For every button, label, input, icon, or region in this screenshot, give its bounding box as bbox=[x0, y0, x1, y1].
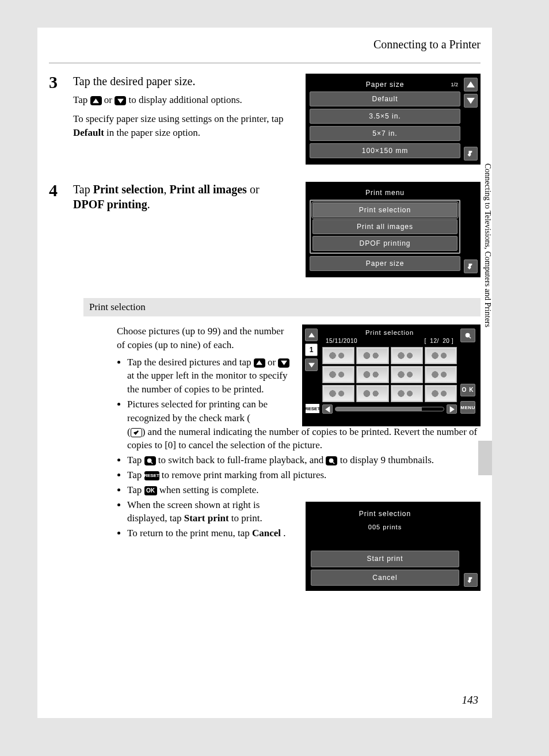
step-number: 4 bbox=[49, 182, 73, 277]
menu-item-paper-size[interactable]: Paper size bbox=[310, 256, 460, 271]
menu-item-print-all[interactable]: Print all images bbox=[312, 219, 458, 234]
print-selection-section: Print selection Choose pictures (up to 9… bbox=[83, 298, 481, 591]
screen-title: Paper size bbox=[366, 81, 405, 89]
scroll-down-button[interactable] bbox=[464, 94, 478, 108]
up-arrow-icon bbox=[254, 358, 265, 368]
bullet-6: When the screen shown at right is displa… bbox=[127, 498, 295, 526]
scroll-left-icon[interactable] bbox=[322, 404, 333, 414]
bullet-1: Tap the desired pictures and tap or at t… bbox=[127, 356, 292, 396]
print-count-label: 005 prints bbox=[311, 521, 459, 534]
text: To specify paper size using settings on … bbox=[73, 113, 283, 124]
svg-line-9 bbox=[333, 462, 334, 464]
scroll-up-button[interactable] bbox=[305, 329, 318, 341]
step-number: 3 bbox=[49, 74, 73, 165]
screen-page-indicator: 1/2 bbox=[451, 82, 458, 87]
text: to switch back to full-frame playback, a… bbox=[158, 455, 326, 465]
section-spine-label: Connecting to Televisions, Computers and… bbox=[483, 160, 492, 459]
reset-icon: RESET bbox=[144, 471, 159, 480]
thumbnail[interactable] bbox=[356, 366, 388, 383]
bullet-2-partial: Pictures selected for printing can be re… bbox=[127, 398, 292, 425]
text: when setting is complete. bbox=[159, 484, 259, 495]
text: or bbox=[268, 357, 278, 368]
text: Tap bbox=[73, 183, 93, 196]
text-bold: Cancel bbox=[252, 528, 281, 539]
thumbnail[interactable] bbox=[425, 347, 457, 364]
paper-size-option-100x150[interactable]: 100×150 mm bbox=[310, 143, 460, 158]
bullet-3: Tap to switch back to full-frame playbac… bbox=[127, 453, 481, 467]
text: to display 9 thumbnails. bbox=[340, 455, 434, 465]
section-tab-marker bbox=[478, 441, 492, 475]
text: Tap bbox=[73, 94, 90, 105]
text: Tap bbox=[127, 469, 144, 480]
horizontal-scrollbar[interactable] bbox=[322, 404, 457, 414]
thumbnail-selection-screen: 1 RESET Print selection 15/11/2010 [ 12/… bbox=[302, 324, 481, 426]
text: To return to the print menu, tap bbox=[127, 528, 252, 539]
text: , bbox=[163, 183, 169, 196]
svg-line-1 bbox=[469, 337, 471, 338]
paper-size-screen: Paper size 1/2 Default 3.5×5 in. 5×7 in.… bbox=[306, 74, 481, 165]
step-4: 4 Tap Print selection, Print all images … bbox=[37, 165, 492, 277]
thumbnail[interactable] bbox=[356, 385, 388, 402]
scroll-down-button[interactable] bbox=[305, 358, 318, 371]
copy-count-badge: 1 bbox=[305, 343, 318, 356]
confirm-print-screen: Print selection 005 prints Start print C… bbox=[306, 502, 481, 591]
scroll-right-icon[interactable] bbox=[447, 404, 457, 414]
text: in the paper size option. bbox=[106, 127, 200, 138]
text: to print. bbox=[231, 513, 262, 524]
bullet-7: To return to the print menu, tap Cancel … bbox=[127, 526, 295, 540]
text: or bbox=[250, 183, 260, 196]
thumbnail[interactable] bbox=[322, 366, 354, 383]
screen-title: Print selection bbox=[322, 329, 457, 337]
text: Pictures selected for printing can be re… bbox=[127, 399, 268, 423]
back-button[interactable] bbox=[464, 147, 478, 161]
scroll-up-button[interactable] bbox=[464, 78, 478, 91]
start-print-button[interactable]: Start print bbox=[311, 551, 459, 567]
menu-item-print-selection[interactable]: Print selection bbox=[312, 203, 458, 217]
text: Tap bbox=[127, 484, 144, 495]
thumbnail[interactable] bbox=[322, 347, 354, 364]
zoom-in-icon bbox=[144, 456, 156, 465]
scrollbar-track[interactable] bbox=[335, 407, 444, 411]
text: ) and the numeral indicating the number … bbox=[127, 426, 477, 451]
svg-line-5 bbox=[151, 462, 152, 464]
screen-title: Print menu bbox=[365, 189, 405, 197]
back-button[interactable] bbox=[464, 573, 478, 587]
paper-size-option-5x7[interactable]: 5×7 in. bbox=[310, 126, 460, 141]
thumbnail[interactable] bbox=[425, 366, 457, 383]
paper-size-option-default[interactable]: Default bbox=[310, 91, 460, 106]
thumbnail[interactable] bbox=[391, 347, 423, 364]
thumbnail[interactable] bbox=[391, 385, 423, 402]
text: . bbox=[147, 198, 150, 211]
page-header: Connecting to a Printer bbox=[49, 28, 481, 63]
text: or bbox=[104, 94, 115, 105]
menu-button[interactable]: MENU bbox=[460, 401, 475, 414]
text: Tap the desired pictures and tap bbox=[127, 357, 254, 368]
thumbnail[interactable] bbox=[425, 385, 457, 402]
menu-item-dpof[interactable]: DPOF printing bbox=[312, 236, 458, 251]
text: . bbox=[283, 528, 285, 539]
paper-size-option-35x5[interactable]: 3.5×5 in. bbox=[310, 109, 460, 124]
thumbnail-grid bbox=[322, 347, 457, 402]
reset-button[interactable]: RESET bbox=[305, 403, 320, 414]
text-bold: DPOF printing bbox=[73, 198, 147, 211]
ok-icon: OK bbox=[144, 486, 157, 495]
text-bold: Print selection bbox=[93, 183, 164, 196]
counter-label: [ 12/ 20 ] bbox=[425, 337, 454, 345]
step-4-title: Tap Print selection, Print all images or… bbox=[73, 182, 280, 212]
bullet-2-cont: () and the numeral indicating the number… bbox=[127, 426, 477, 451]
step-3: 3 Tap the desired paper size. Tap or to … bbox=[37, 63, 492, 165]
text: to display additional options. bbox=[128, 94, 242, 105]
text-bold: Print all images bbox=[169, 183, 246, 196]
checkmark-icon bbox=[131, 428, 142, 437]
back-button[interactable] bbox=[464, 259, 478, 273]
text-bold: Default bbox=[73, 127, 104, 138]
zoom-in-button[interactable] bbox=[460, 329, 475, 342]
text: ( bbox=[127, 426, 131, 437]
cancel-button[interactable]: Cancel bbox=[311, 570, 459, 586]
thumbnail[interactable] bbox=[356, 347, 388, 364]
thumbnail[interactable] bbox=[322, 385, 354, 402]
thumbnail[interactable] bbox=[391, 366, 423, 383]
zoom-out-icon bbox=[326, 456, 337, 465]
text: at the upper left in the monitor to spec… bbox=[127, 370, 288, 395]
ok-button[interactable]: O K bbox=[460, 384, 475, 396]
